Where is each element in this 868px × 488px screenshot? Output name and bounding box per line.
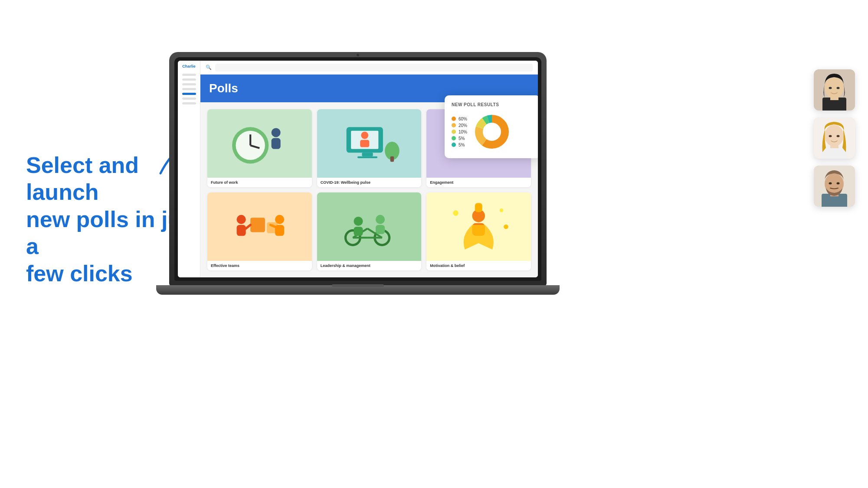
svg-rect-19 — [250, 218, 265, 232]
legend-item-1: 60% — [452, 117, 467, 121]
sidebar-item-1[interactable] — [182, 74, 196, 76]
svg-point-52 — [825, 77, 844, 98]
poll-card-label-6: Motivation & belief — [426, 261, 531, 270]
svg-rect-11 — [357, 156, 377, 158]
poll-card-label-4: Effective teams — [207, 261, 312, 270]
legend-dot-2 — [452, 123, 456, 127]
svg-point-58 — [825, 125, 844, 146]
poll-card-image-2 — [317, 109, 422, 178]
legend-dot-1 — [452, 117, 456, 121]
laptop-bezel: Charlie 🔍 — [174, 57, 541, 281]
legend-item-5: 5% — [452, 143, 467, 147]
poll-card-leadership[interactable]: Leadership & management — [317, 192, 422, 270]
svg-rect-13 — [390, 156, 393, 162]
legend-dot-4 — [452, 136, 456, 140]
poll-card-effective-teams[interactable]: Effective teams — [207, 192, 312, 270]
svg-rect-39 — [475, 203, 482, 212]
sidebar-item-5-active[interactable] — [182, 93, 196, 95]
poll-card-covid[interactable]: COVID-19: Wellbeing pulse — [317, 109, 422, 187]
legend-label-4: 5% — [459, 136, 465, 141]
svg-point-23 — [275, 215, 284, 224]
sidebar: Charlie — [178, 61, 200, 277]
avatar-person-1 — [814, 69, 855, 111]
laptop-base — [156, 285, 560, 295]
poll-card-label-2: COVID-19: Wellbeing pulse — [317, 178, 422, 187]
svg-point-53 — [829, 87, 832, 89]
polls-title: Polls — [209, 81, 529, 95]
legend-label-5: 5% — [459, 143, 465, 147]
poll-card-future-of-work[interactable]: Future of work — [207, 109, 312, 187]
svg-point-66 — [837, 182, 840, 185]
legend-item-2: 20% — [452, 123, 467, 128]
search-icon: 🔍 — [206, 65, 212, 70]
legend-item-3: 10% — [452, 130, 467, 134]
legend-items: 60% 20% 10% — [452, 117, 467, 147]
poll-card-label-5: Leadership & management — [317, 261, 422, 270]
svg-point-4 — [272, 128, 281, 137]
sidebar-item-3[interactable] — [182, 83, 196, 85]
sidebar-item-7[interactable] — [182, 102, 196, 104]
svg-point-59 — [829, 135, 832, 137]
svg-point-21 — [237, 215, 246, 224]
poll-card-image-1 — [207, 109, 312, 178]
avatar-person-3 — [814, 166, 855, 207]
avatar-person-2 — [814, 117, 855, 159]
svg-rect-24 — [275, 225, 284, 236]
poll-card-motivation[interactable]: Motivation & belief — [426, 192, 531, 270]
laptop-hinge — [332, 284, 384, 287]
sidebar-item-6[interactable] — [182, 98, 196, 100]
sidebar-logo: Charlie — [181, 64, 197, 69]
poll-results-popup: NEW POLL RESULTS 60% 20% — [445, 95, 538, 158]
svg-rect-36 — [376, 225, 385, 234]
svg-rect-10 — [362, 153, 373, 156]
svg-point-48 — [483, 123, 501, 140]
popup-title: NEW POLL RESULTS — [452, 102, 533, 107]
laptop: Charlie 🔍 — [169, 52, 547, 295]
svg-point-35 — [376, 215, 385, 224]
app-ui: Charlie 🔍 — [178, 61, 538, 277]
svg-line-25 — [246, 225, 251, 228]
poll-card-image-4 — [207, 192, 312, 261]
svg-point-60 — [837, 135, 840, 137]
avatars-right — [814, 69, 855, 207]
svg-point-42 — [504, 224, 509, 229]
legend-label-3: 10% — [459, 130, 467, 134]
main-content: 🔍 Polls — [200, 61, 538, 277]
search-bar[interactable] — [215, 64, 533, 72]
sidebar-item-2[interactable] — [182, 78, 196, 81]
svg-point-8 — [361, 132, 368, 139]
poll-card-label-1: Future of work — [207, 178, 312, 187]
svg-rect-22 — [237, 225, 246, 236]
poll-card-image-5 — [317, 192, 422, 261]
svg-rect-5 — [272, 138, 281, 149]
svg-rect-34 — [354, 227, 363, 236]
legend-dot-5 — [452, 143, 456, 147]
legend-dot-3 — [452, 130, 456, 134]
laptop-camera — [357, 54, 359, 56]
svg-rect-9 — [360, 140, 369, 147]
svg-point-41 — [500, 208, 503, 212]
donut-chart — [472, 112, 511, 151]
laptop-shell: Charlie 🔍 — [169, 52, 547, 286]
legend-label-1: 60% — [459, 117, 467, 121]
poll-card-label-3: Engagement — [426, 178, 531, 187]
sidebar-item-4[interactable] — [182, 88, 196, 90]
svg-point-40 — [453, 210, 459, 216]
laptop-screen: Charlie 🔍 — [178, 61, 538, 277]
top-bar: 🔍 — [200, 61, 538, 75]
popup-content: 60% 20% 10% — [452, 112, 533, 151]
poll-card-image-6 — [426, 192, 531, 261]
legend-item-4: 5% — [452, 136, 467, 141]
legend-label-2: 20% — [459, 123, 467, 128]
svg-point-33 — [354, 217, 363, 226]
svg-point-65 — [829, 182, 832, 185]
svg-point-54 — [837, 87, 840, 89]
